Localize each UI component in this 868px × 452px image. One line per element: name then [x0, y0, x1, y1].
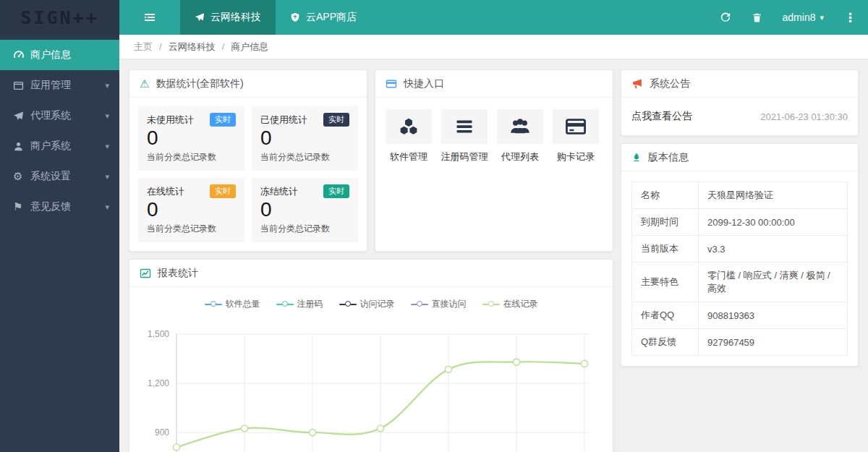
sidebar-item-system-settings[interactable]: ⚙ 系统设置 ▾	[0, 161, 119, 192]
legend-label: 在线记录	[503, 298, 538, 310]
topbar: 云网络科技 云APP商店 admin8 ▾ ⋮	[119, 0, 868, 35]
breadcrumb: 主页 / 云网络科技 / 商户信息	[119, 35, 868, 59]
stats-card: ⚠ 数据统计(全部软件) 未使用统计 实时 0 当前分类总记录数	[129, 69, 367, 252]
sidebar-item-agent-system[interactable]: 代理系统 ▾	[0, 101, 119, 131]
sidebar-item-merchant-system[interactable]: 商户系统 ▾	[0, 131, 119, 161]
topbar-actions: admin8 ▾ ⋮	[720, 0, 868, 35]
sidebar-item-label: 应用管理	[30, 79, 71, 92]
stat-value: 0	[260, 198, 349, 221]
row-label: 到期时间	[632, 209, 699, 236]
row-value: v3.3	[699, 236, 848, 263]
notice-card: 系统公告 点我查看公告 2021-06-23 01:30:30	[621, 69, 859, 136]
sidebar-item-merchant-info[interactable]: 商户信息	[0, 40, 119, 70]
refresh-icon[interactable]	[720, 12, 731, 23]
legend-marker	[276, 301, 294, 308]
list-bars-icon	[441, 109, 488, 144]
chevron-down-icon: ▾	[105, 81, 109, 90]
stat-online: 在线统计 实时 0 当前分类总记录数	[138, 178, 244, 242]
table-row: 作者QQ 908819363	[632, 302, 848, 329]
breadcrumb-app[interactable]: 云网络科技	[169, 40, 216, 54]
chart-legend: 软件总量 注册码 访问记录 直接访问	[129, 287, 613, 312]
notice-card-title: 系统公告	[650, 77, 690, 90]
row-label: 作者QQ	[632, 302, 699, 329]
legend-label: 注册码	[297, 298, 323, 310]
sidebar-item-label: 商户信息	[30, 48, 71, 61]
row-value: 天狼星网络验证	[699, 182, 848, 209]
user-menu[interactable]: admin8 ▾	[783, 12, 824, 23]
svg-text:1,200: 1,200	[148, 378, 169, 388]
tab-label: 云APP商店	[306, 11, 357, 24]
window-icon	[13, 80, 30, 91]
breadcrumb-separator: /	[159, 41, 162, 52]
legend-direct-visit[interactable]: 直接访问	[411, 298, 467, 310]
tab-cloud-network[interactable]: 云网络科技	[180, 0, 276, 35]
stat-subtitle: 当前分类总记录数	[147, 151, 236, 163]
quick-regcode-manage[interactable]: 注册码管理	[441, 109, 488, 163]
sidebar-item-label: 代理系统	[30, 109, 71, 122]
pen-icon	[631, 152, 642, 163]
chevron-down-icon: ▾	[820, 13, 824, 22]
breadcrumb-home[interactable]: 主页	[134, 40, 153, 54]
paper-plane-icon	[195, 12, 205, 22]
legend-marker	[205, 301, 222, 308]
stat-label: 未使用统计	[147, 114, 194, 127]
sidebar: SIGN++ 商户信息 应用管理 ▾ 代理系统 ▾ 商户系统	[0, 0, 119, 452]
quick-software-manage[interactable]: 软件管理	[386, 109, 432, 163]
legend-marker	[482, 301, 500, 308]
chevron-down-icon: ▾	[105, 202, 109, 212]
legend-marker	[339, 301, 357, 308]
line-chart: 1,5001,200900	[129, 320, 607, 452]
sidebar-item-app-manage[interactable]: 应用管理 ▾	[0, 70, 119, 101]
legend-label: 软件总量	[226, 298, 260, 310]
legend-label: 访问记录	[360, 298, 395, 310]
legend-software-total[interactable]: 软件总量	[205, 298, 260, 310]
quick-entry-card: 快捷入口 软件管理 注册码管理	[375, 69, 613, 252]
realtime-badge: 实时	[323, 113, 349, 127]
megaphone-icon	[631, 78, 643, 90]
chart-card-title: 报表统计	[158, 267, 198, 280]
quick-agent-list[interactable]: 代理列表	[497, 109, 543, 163]
stat-label: 冻结统计	[260, 185, 298, 198]
stat-label: 已使用统计	[260, 114, 307, 127]
quick-tiles: 软件管理 注册码管理 代理列表	[375, 98, 613, 175]
menu-fold-icon[interactable]	[119, 0, 180, 35]
content: ⚠ 数据统计(全部软件) 未使用统计 实时 0 当前分类总记录数	[119, 59, 868, 452]
row-value: 908819363	[699, 302, 848, 329]
credit-card-icon	[553, 109, 599, 144]
warning-triangle-icon: ⚠	[140, 77, 149, 90]
notice-date: 2021-06-23 01:30:30	[760, 111, 848, 122]
legend-label: 直接访问	[432, 298, 467, 310]
row-label: 名称	[632, 182, 699, 209]
stat-used: 已使用统计 实时 0 当前分类总记录数	[252, 106, 358, 171]
table-row: 主要特色 零门槛 / 响应式 / 清爽 / 极简 / 高效	[632, 263, 848, 302]
version-card-title: 版本信息	[648, 151, 689, 164]
tab-cloud-app-store[interactable]: 云APP商店	[276, 0, 371, 35]
legend-visit-records[interactable]: 访问记录	[339, 298, 395, 310]
legend-online-records[interactable]: 在线记录	[482, 298, 538, 310]
notice-link[interactable]: 点我查看公告	[631, 110, 692, 123]
breadcrumb-current: 商户信息	[231, 40, 268, 54]
version-table: 名称 天狼星网络验证 到期时间 2099-12-30 00:00:00 当前版本…	[631, 182, 848, 356]
stat-value: 0	[147, 198, 236, 221]
credit-card-blue-icon	[386, 78, 397, 90]
tachometer-icon	[13, 49, 30, 61]
row-value: 2099-12-30 00:00:00	[699, 209, 848, 236]
stat-label: 在线统计	[147, 185, 184, 198]
stat-value: 0	[260, 127, 349, 150]
sidebar-item-feedback[interactable]: ⚑ 意见反馈 ▾	[0, 192, 119, 222]
chevron-down-icon: ▾	[105, 172, 109, 182]
cubes-icon	[386, 109, 432, 144]
kebab-menu-icon[interactable]: ⋮	[844, 10, 856, 25]
realtime-badge: 实时	[323, 184, 349, 198]
quick-card-title: 快捷入口	[404, 77, 444, 90]
quick-label: 购卡记录	[557, 150, 595, 163]
chart-card-header: 报表统计	[129, 260, 613, 287]
legend-marker	[411, 301, 428, 308]
legend-regcode[interactable]: 注册码	[276, 298, 323, 310]
quick-label: 软件管理	[390, 150, 427, 163]
stat-subtitle: 当前分类总记录数	[260, 151, 349, 163]
realtime-badge: 实时	[210, 184, 236, 198]
stats-grid: 未使用统计 实时 0 当前分类总记录数 已使用统计 实时 0	[129, 98, 367, 251]
quick-card-purchase-records[interactable]: 购卡记录	[553, 109, 599, 163]
trash-icon[interactable]	[752, 12, 762, 23]
